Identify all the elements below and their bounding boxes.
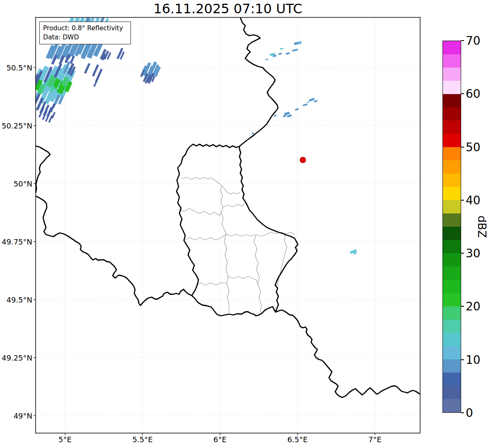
- canton-border: [195, 283, 227, 285]
- colorbar-segment: [443, 200, 461, 213]
- colorbar-tick-mark: [461, 253, 464, 254]
- colorbar-segment: [443, 266, 461, 280]
- colorbar-segment: [443, 333, 461, 346]
- colorbar-segment: [443, 147, 461, 160]
- colorbar-tick-label: 10: [466, 353, 481, 366]
- colorbar-tick-mark: [461, 147, 464, 148]
- country-border: [36, 146, 50, 193]
- colorbar-tick-mark: [461, 200, 464, 201]
- colorbar-segment: [443, 174, 461, 187]
- map-frame: [36, 17, 420, 433]
- y-tick-label: 50.5°N: [0, 63, 32, 72]
- radar-echo: [307, 101, 310, 103]
- country-border: [176, 144, 298, 316]
- canton-border: [181, 177, 240, 194]
- radar-echo: [292, 49, 298, 52]
- colorbar-segment: [443, 121, 461, 134]
- y-tick-label: 50.25°N: [0, 121, 32, 130]
- map-canvas: [0, 0, 498, 448]
- colorbar-tick-label: 30: [466, 247, 481, 260]
- colorbar-tick-label: 40: [466, 193, 481, 207]
- radar-echo: [278, 53, 282, 55]
- radar-echo: [309, 98, 315, 102]
- colorbar-segment: [443, 54, 461, 68]
- country-border: [239, 17, 278, 146]
- colorbar-segment: [443, 213, 461, 227]
- colorbar-segment: [443, 320, 461, 333]
- colorbar-tick-label: 20: [466, 300, 481, 313]
- canton-border: [178, 208, 221, 216]
- colorbar-tick-mark: [461, 412, 464, 413]
- colorbar-segment: [443, 280, 461, 293]
- colorbar-segment: [443, 373, 461, 386]
- y-tick-label: 49.75°N: [0, 237, 32, 246]
- colorbar-tick-label: 70: [466, 34, 481, 48]
- colorbar-segment: [443, 346, 461, 359]
- canton-border: [220, 186, 226, 234]
- y-tick-label: 49°N: [0, 412, 32, 420]
- radar-echo: [84, 63, 90, 74]
- radar-echo: [93, 77, 99, 87]
- colorbar-segment: [443, 134, 461, 147]
- radar-site-dot: [300, 157, 306, 163]
- canton-border: [184, 232, 295, 240]
- colorbar-segment: [443, 94, 461, 107]
- colorbar-segment: [443, 293, 461, 306]
- colorbar-unit-label: dBZ: [476, 216, 488, 238]
- radar-echo: [266, 58, 268, 60]
- data-source-label: Data: DWD: [43, 33, 127, 42]
- radar-echo: [274, 114, 277, 117]
- canton-border: [228, 276, 258, 284]
- colorbar-segment: [443, 187, 461, 200]
- country-border: [276, 310, 420, 397]
- colorbar-tick-mark: [461, 306, 464, 307]
- colorbar-segment: [443, 68, 461, 81]
- colorbar-tick-mark: [461, 359, 464, 360]
- colorbar-segment: [443, 81, 461, 94]
- colorbar-tick-label: 60: [466, 87, 481, 101]
- radar-echo: [286, 52, 290, 55]
- canton-border: [254, 235, 261, 312]
- radar-echo: [295, 108, 299, 111]
- colorbar-segment: [443, 41, 461, 54]
- colorbar-segment: [443, 359, 461, 373]
- y-tick-label: 49.5°N: [0, 295, 32, 304]
- map-info-box: Product: 0.8° Reflectivity Data: DWD: [39, 22, 131, 44]
- colorbar-segment: [443, 160, 461, 174]
- colorbar-segment: [443, 227, 461, 240]
- weather-radar-figure: { "title": "16.11.2025 07:10 UTC", "lege…: [0, 0, 498, 448]
- radar-echo: [287, 114, 292, 117]
- x-tick-label: 5°E: [58, 435, 72, 444]
- radar-echo: [252, 133, 254, 135]
- colorbar-segment: [443, 386, 461, 399]
- colorbar-segment: [443, 253, 461, 266]
- y-tick-label: 49.25°N: [0, 354, 32, 362]
- radar-echo: [51, 112, 56, 119]
- colorbar: [442, 41, 461, 413]
- y-tick-label: 50°N: [0, 179, 32, 188]
- radar-echo: [280, 48, 283, 50]
- colorbar-segment: [443, 107, 461, 121]
- colorbar-tick-label: 0: [466, 406, 473, 420]
- radar-echo: [314, 100, 318, 102]
- colorbar-tick-label: 50: [466, 140, 481, 154]
- radar-echo: [92, 64, 99, 76]
- x-tick-label: 6°E: [213, 435, 227, 444]
- canton-border: [223, 203, 245, 207]
- canton-border: [224, 234, 229, 313]
- colorbar-segment: [443, 399, 461, 412]
- x-tick-label: 6.5°E: [288, 435, 308, 444]
- product-label: Product: 0.8° Reflectivity: [43, 24, 127, 33]
- colorbar-segment: [443, 240, 461, 253]
- x-tick-label: 7°E: [368, 435, 382, 444]
- radar-echo: [303, 103, 308, 106]
- colorbar-segment: [443, 306, 461, 320]
- colorbar-tick-mark: [461, 40, 464, 41]
- x-tick-label: 5.5°E: [133, 435, 153, 444]
- country-border: [36, 196, 192, 305]
- colorbar-tick-mark: [461, 93, 464, 94]
